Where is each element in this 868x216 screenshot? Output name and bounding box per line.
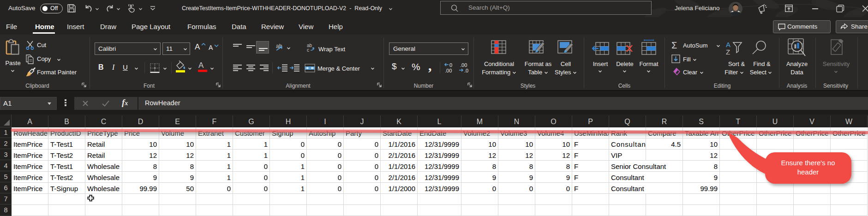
svg-text:A: A [726, 41, 730, 48]
svg-text:.00: .00 [445, 68, 452, 73]
svg-text:0: 0 [449, 62, 452, 68]
svg-text:.00: .00 [460, 62, 467, 68]
svg-text:.0: .0 [464, 68, 468, 73]
svg-text:Z: Z [726, 48, 730, 55]
svg-text:c: c [307, 48, 309, 52]
